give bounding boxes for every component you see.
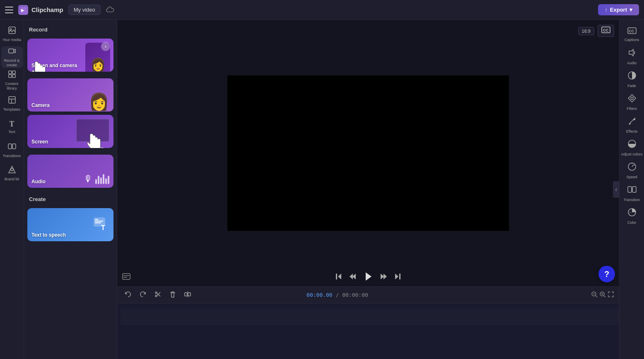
sidebar-item-record-create[interactable]: Record & create bbox=[1, 46, 23, 68]
audio-label: Audio bbox=[31, 179, 46, 184]
timeline-toolbar: 00:00.00 / 00:00:00 bbox=[117, 287, 619, 303]
sidebar-item-text[interactable]: T Text bbox=[1, 116, 23, 138]
effects-tool-label: Effects bbox=[626, 129, 637, 133]
panel-collapse-button[interactable]: ‹ bbox=[613, 181, 620, 198]
project-title-button[interactable]: My video bbox=[68, 5, 101, 15]
adjust-colors-tool-label: Adjust colors bbox=[621, 152, 643, 156]
export-label: Export bbox=[610, 7, 627, 13]
undo-button[interactable] bbox=[122, 289, 134, 301]
clipchamp-logo-icon: ▶ bbox=[18, 5, 28, 15]
audio-card[interactable]: 🎙 Audio bbox=[27, 155, 113, 188]
svg-marker-32 bbox=[381, 274, 384, 279]
export-button[interactable]: ↑ Export ▾ bbox=[598, 4, 639, 15]
svg-rect-35 bbox=[399, 274, 400, 279]
svg-rect-61 bbox=[632, 187, 636, 192]
svg-marker-15 bbox=[9, 166, 15, 173]
skip-to-end-button[interactable] bbox=[394, 273, 401, 280]
cursor-hand-2-icon bbox=[84, 132, 105, 148]
timeline-total-time: 00:00:00 bbox=[342, 292, 368, 298]
center-right-area: 16:9 CC bbox=[117, 20, 619, 359]
redo-button[interactable] bbox=[137, 289, 149, 301]
timeline-area: 00:00.00 / 00:00:00 bbox=[117, 286, 619, 359]
svg-text:CC: CC bbox=[603, 28, 608, 32]
right-tool-speed[interactable]: Speed bbox=[621, 160, 643, 182]
camera-bg: 👩 Camera bbox=[27, 78, 113, 112]
svg-point-36 bbox=[155, 295, 157, 297]
right-tool-filters[interactable]: Filters bbox=[621, 91, 643, 113]
svg-marker-29 bbox=[352, 274, 356, 279]
svg-rect-5 bbox=[9, 71, 12, 74]
audio-waveform-deco: 🎙 bbox=[84, 174, 109, 184]
sidebar-item-your-media[interactable]: Your media bbox=[1, 23, 23, 45]
text-label: Text bbox=[8, 130, 15, 134]
split-button[interactable] bbox=[182, 289, 193, 301]
zoom-out-button[interactable] bbox=[591, 291, 598, 299]
svg-rect-41 bbox=[188, 293, 191, 296]
text-to-speech-card[interactable]: T Text to speech bbox=[27, 208, 113, 241]
svg-rect-12 bbox=[8, 144, 12, 149]
tts-label: Text to speech bbox=[31, 232, 66, 238]
export-icon: ↑ bbox=[605, 7, 608, 13]
captions-button[interactable]: CC bbox=[598, 25, 614, 37]
sidebar-item-content-library[interactable]: Content library bbox=[1, 70, 23, 91]
svg-rect-4 bbox=[9, 49, 14, 53]
transition-tool-label: Transition bbox=[624, 198, 640, 202]
content-library-label: Content library bbox=[1, 82, 23, 91]
cut-button[interactable] bbox=[152, 289, 164, 301]
svg-line-49 bbox=[604, 296, 605, 297]
play-button[interactable] bbox=[363, 272, 373, 281]
rewind-button[interactable] bbox=[349, 273, 357, 280]
sidebar-item-brand-kit[interactable]: Brand kit bbox=[1, 163, 23, 184]
svg-text:T: T bbox=[101, 224, 105, 231]
svg-text:▶: ▶ bbox=[21, 8, 24, 12]
screen-card[interactable]: Screen 2 bbox=[27, 115, 113, 148]
svg-rect-9 bbox=[9, 97, 15, 103]
effects-tool-icon bbox=[627, 116, 637, 128]
screen-and-camera-card[interactable]: › Screen and camera 1 bbox=[27, 39, 113, 72]
right-tool-adjust-colors[interactable]: Adjust colors bbox=[621, 137, 643, 159]
zoom-in-button[interactable] bbox=[599, 291, 606, 299]
right-tool-captions[interactable]: CC Captions bbox=[621, 23, 643, 45]
svg-text:CC: CC bbox=[629, 29, 634, 33]
help-button[interactable]: ? bbox=[598, 266, 615, 282]
svg-marker-34 bbox=[395, 274, 398, 279]
aspect-ratio-button[interactable]: 16:9 bbox=[578, 27, 594, 35]
hamburger-menu-icon[interactable] bbox=[5, 7, 13, 13]
sidebar-item-transitions[interactable]: Transitions bbox=[1, 139, 23, 161]
transitions-icon bbox=[8, 142, 16, 153]
timeline-current-time: 00:00.00 bbox=[306, 292, 333, 298]
svg-rect-28 bbox=[336, 274, 337, 279]
tts-deco: T bbox=[93, 215, 109, 235]
cursor-annotation-2: 2 bbox=[84, 132, 105, 148]
timeline-time-display: 00:00.00 / 00:00:00 bbox=[306, 292, 368, 298]
screen-and-camera-arrow: › bbox=[101, 42, 110, 51]
fast-forward-button[interactable] bbox=[380, 273, 387, 280]
svg-marker-31 bbox=[366, 272, 371, 281]
sidebar-item-templates[interactable]: Templates bbox=[1, 93, 23, 114]
tts-bg: T Text to speech bbox=[27, 208, 113, 241]
fade-tool-label: Fade bbox=[627, 84, 636, 88]
camera-card[interactable]: 👩 Camera bbox=[27, 78, 113, 112]
right-tool-fade[interactable]: Fade bbox=[621, 68, 643, 90]
svg-point-37 bbox=[155, 292, 157, 294]
delete-button[interactable] bbox=[167, 289, 178, 301]
right-tool-effects[interactable]: Effects bbox=[621, 114, 643, 136]
video-preview-area: 16:9 CC bbox=[117, 20, 619, 286]
right-tool-audio[interactable]: Audio bbox=[621, 46, 643, 68]
subtitle-toggle-button[interactable] bbox=[122, 273, 130, 281]
audio-tool-label: Audio bbox=[627, 61, 637, 65]
right-tool-transition[interactable]: Transition bbox=[621, 182, 643, 204]
record-section-label: Record bbox=[27, 25, 113, 35]
your-media-label: Your media bbox=[2, 38, 21, 42]
timeline-tracks bbox=[117, 303, 619, 359]
record-create-icon bbox=[8, 47, 16, 57]
fit-timeline-button[interactable] bbox=[608, 291, 614, 299]
right-tool-color[interactable]: Color bbox=[621, 205, 643, 227]
svg-rect-7 bbox=[9, 75, 12, 78]
speed-tool-label: Speed bbox=[626, 175, 637, 179]
skip-to-start-button[interactable] bbox=[335, 273, 343, 280]
video-canvas bbox=[227, 75, 509, 231]
timeline-track-empty bbox=[121, 308, 619, 325]
logo-text: Clipchamp bbox=[31, 6, 63, 13]
svg-rect-40 bbox=[185, 293, 187, 296]
